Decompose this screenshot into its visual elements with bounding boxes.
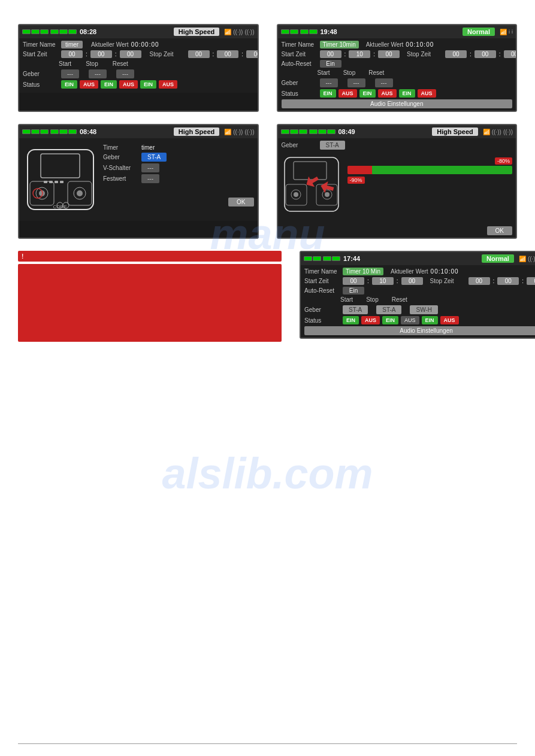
start-s-5[interactable]: 00 [401, 277, 423, 285]
geber-value-4[interactable]: ST-A [320, 141, 345, 150]
ein-btn-5-2[interactable]: EIN [382, 316, 398, 324]
geber-label-5: Geber [304, 306, 340, 313]
svg-text:CORE: CORE [53, 204, 67, 210]
timer-name-label-5: Timer Name [304, 268, 340, 275]
timer-name-value-5[interactable]: Timer 10 Min [343, 268, 383, 275]
aus-btn-3[interactable]: AUS [159, 80, 177, 89]
auto-reset-value[interactable]: Ein [320, 60, 341, 68]
svg-rect-1 [41, 154, 80, 178]
ein-btn-5-1[interactable]: EIN [343, 316, 359, 324]
start-s[interactable]: 00 [120, 50, 141, 58]
svg-rect-0 [28, 150, 93, 210]
ein-btn-2-2[interactable]: EIN [359, 89, 376, 98]
geber-btn-2-1[interactable]: --- [320, 78, 338, 87]
geber-value-3[interactable]: ST-A [141, 153, 167, 162]
battery-icon-1 [22, 29, 49, 34]
start-btn-label: Start [59, 60, 71, 67]
aus-btn-2[interactable]: AUS [119, 80, 138, 89]
signal-icon-5: ((·)) [492, 129, 501, 135]
start-m[interactable]: 00 [90, 50, 112, 58]
vschalter-value[interactable]: --- [141, 163, 159, 172]
geber-btn-2-2[interactable]: --- [347, 78, 365, 87]
aus-btn-1[interactable]: AUS [80, 80, 98, 89]
geber-label-4: Geber [282, 142, 318, 148]
svg-rect-11 [49, 181, 53, 183]
auto-reset-value-5[interactable]: Ein [343, 287, 364, 294]
percent-bottom: -90% [347, 177, 365, 184]
stop-h-5[interactable]: 00 [468, 277, 490, 285]
geber-label: Geber [23, 71, 59, 77]
start-h[interactable]: 00 [61, 50, 83, 58]
start-h-2[interactable]: 00 [320, 50, 341, 58]
aktueller-wert-value: 00:00:00 [131, 41, 159, 48]
aktueller-wert-value-2: 00:10:00 [406, 41, 434, 48]
geber-btn-2-3[interactable]: --- [375, 78, 393, 87]
aus-btn-2-1[interactable]: AUS [338, 89, 357, 98]
start-s-2[interactable]: 00 [378, 50, 400, 58]
geber-btn-2[interactable]: --- [89, 69, 107, 78]
ok-btn-4[interactable]: OK [487, 226, 512, 235]
mode-badge: High Speed [174, 28, 220, 36]
svg-point-20 [294, 192, 298, 197]
aus-btn-2-2[interactable]: AUS [378, 89, 397, 98]
stop-m-2[interactable]: 00 [474, 50, 496, 58]
screen2: 19:48 Normal 📶 i i Timer Name Timer 10mi… [277, 24, 518, 112]
time-display-3: 08:48 [80, 128, 96, 135]
stop-h-2[interactable]: 00 [445, 50, 467, 58]
warning-content [18, 264, 282, 342]
battery-icon-8 [309, 129, 335, 134]
stop-s-2[interactable]: 00 [504, 50, 517, 58]
timer-name-label-2: Timer Name [282, 41, 318, 48]
battery-icon-3 [281, 29, 298, 34]
ein-btn-1[interactable]: EIN [61, 80, 77, 89]
ein-btn-2-1[interactable]: EIN [320, 89, 336, 98]
battery-icon-4 [300, 29, 318, 34]
ein-btn-3[interactable]: EIN [140, 80, 156, 89]
stop-h[interactable]: 00 [188, 50, 210, 58]
time-display-5: 17:44 [343, 255, 360, 262]
vschalter-label: V-Schalter [103, 165, 139, 171]
ein-btn-5-3[interactable]: EIN [422, 316, 438, 324]
geber-btn-3[interactable]: --- [116, 69, 134, 78]
signal-icon-1: ((·)) [233, 29, 243, 35]
svg-rect-17 [294, 162, 327, 180]
auto-reset-label-5: Auto-Reset [304, 287, 340, 294]
stop-btn-label-5: Stop [366, 296, 379, 303]
remote-control-image: CORE [23, 141, 101, 218]
status-label: Status [23, 81, 59, 88]
geber-label-3: Geber [103, 154, 139, 160]
start-m-2[interactable]: 10 [349, 50, 370, 58]
wifi-icon-4: 📶 [483, 129, 490, 135]
stop-m[interactable]: 00 [217, 50, 238, 58]
geber-btn-5-1[interactable]: ST-A [343, 305, 368, 314]
stop-m-5[interactable]: 00 [497, 277, 519, 285]
warning-bar: ! [18, 251, 282, 262]
svg-rect-10 [44, 181, 47, 183]
start-h-5[interactable]: 00 [343, 277, 364, 285]
geber-btn-1[interactable]: --- [61, 69, 79, 78]
remote-with-arrows [282, 154, 341, 214]
audio-btn-5[interactable]: Audio Einstellungen [304, 326, 535, 335]
aus-btn-5-2[interactable]: AUS [401, 316, 419, 324]
stop-s[interactable]: 00 [246, 50, 258, 58]
aus-btn-5-1[interactable]: AUS [361, 316, 380, 324]
festwert-value[interactable]: --- [141, 174, 159, 183]
timer-name-value[interactable]: timer [61, 41, 83, 48]
wifi-icon: 📶 [224, 29, 231, 35]
geber-btn-5-2[interactable]: ST-A [376, 305, 401, 314]
signal-icon-6: ((·)) [503, 129, 513, 135]
status-label-5: Status [304, 317, 340, 324]
ein-btn-2-3[interactable]: EIN [399, 89, 415, 98]
start-m-5[interactable]: 10 [372, 277, 394, 285]
screen5: 17:44 Normal 📶 ((·)) ((·)) Timer Name Ti… [300, 251, 535, 339]
aus-btn-5-3[interactable]: AUS [440, 316, 459, 324]
ok-btn-3[interactable]: OK [228, 198, 253, 207]
aus-btn-2-3[interactable]: AUS [418, 89, 436, 98]
screen4: 08:49 High Speed 📶 ((·)) ((·)) Geber ST-… [277, 124, 518, 239]
audio-btn[interactable]: Audio Einstellungen [282, 99, 513, 108]
timer-name-value-2[interactable]: Timer 10min [320, 41, 359, 48]
reset-btn-label-2: Reset [368, 69, 384, 76]
ein-btn-2[interactable]: EIN [101, 80, 117, 89]
stop-s-5[interactable]: 00 [527, 277, 535, 285]
geber-btn-5-3[interactable]: SW-H [410, 305, 437, 314]
